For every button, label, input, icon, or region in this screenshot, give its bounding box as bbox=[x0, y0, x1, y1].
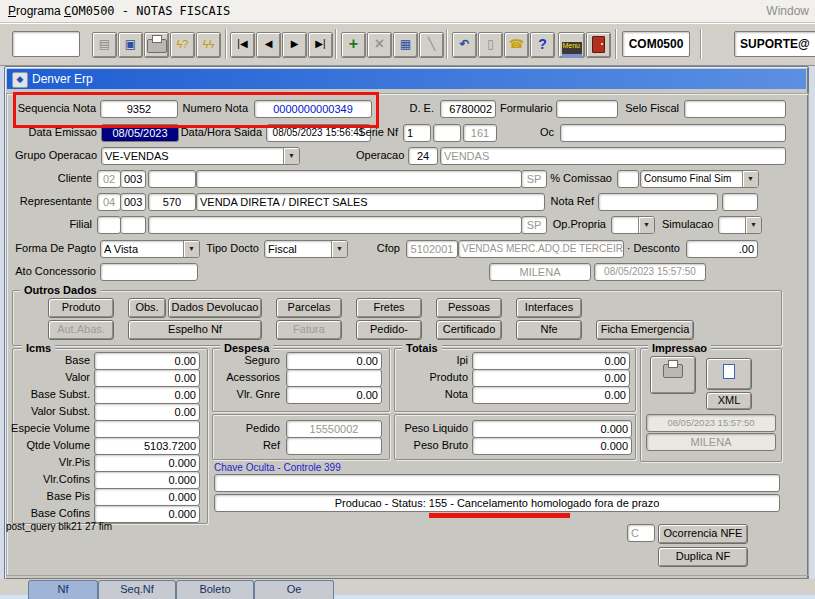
nota-ref-extra-field[interactable] bbox=[722, 193, 758, 211]
edit-record-button[interactable]: ▦ bbox=[393, 32, 418, 58]
delete-record-button[interactable]: × bbox=[367, 32, 392, 58]
oc-field[interactable] bbox=[560, 124, 786, 142]
first-record-button[interactable]: |◀ bbox=[230, 32, 255, 58]
pessoas-button[interactable]: Pessoas bbox=[436, 298, 502, 318]
chave-oculta-field[interactable] bbox=[214, 474, 780, 492]
help-button[interactable]: ? bbox=[530, 32, 555, 58]
seguro-field[interactable]: 0.00 bbox=[286, 352, 382, 370]
cliente-nome-field[interactable] bbox=[196, 170, 522, 188]
save-button[interactable]: ▤ bbox=[92, 32, 117, 58]
comissao-field[interactable] bbox=[617, 170, 639, 188]
enter-query-button[interactable]: ϟ? bbox=[170, 32, 195, 58]
execute-query-button[interactable]: ϟϟ bbox=[196, 32, 221, 58]
selo-fiscal-field[interactable] bbox=[684, 100, 786, 118]
vlr-cofins-field[interactable]: 0.000 bbox=[94, 471, 200, 489]
screen-button[interactable]: ▣ bbox=[118, 32, 143, 58]
chevron-down-icon[interactable]: ▼ bbox=[183, 241, 199, 257]
tab-nf[interactable]: Nf bbox=[28, 580, 98, 599]
post-query-message: post_query blk21 27 fim bbox=[6, 521, 166, 532]
op-propria-select[interactable]: ▼ bbox=[611, 216, 655, 234]
base-pis-field[interactable]: 0.000 bbox=[94, 488, 200, 506]
data-emissao-field[interactable]: 08/05/2023 bbox=[101, 124, 179, 142]
icms-valor-subst-field[interactable]: 0.00 bbox=[94, 403, 200, 421]
vlr-pis-field[interactable]: 0.000 bbox=[94, 454, 200, 472]
nota-ref-field[interactable] bbox=[598, 193, 718, 211]
de-field[interactable]: 6780002 bbox=[440, 100, 496, 118]
dados-devolucao-button[interactable]: Dados Devolucao bbox=[168, 298, 262, 318]
consumo-final-select[interactable]: Consumo Final Sim ▼ bbox=[640, 170, 759, 188]
acessorios-field[interactable] bbox=[286, 369, 382, 387]
undo-button[interactable]: ↶ bbox=[452, 32, 477, 58]
phone-button[interactable]: ☎ bbox=[504, 32, 529, 58]
representante-codigo-field[interactable]: 570 bbox=[148, 193, 196, 211]
filial-nome-field[interactable] bbox=[148, 216, 522, 234]
representante-filial-field[interactable]: 003 bbox=[120, 193, 146, 211]
total-nota-field[interactable]: 0.00 bbox=[472, 386, 630, 404]
espelho-nf-button[interactable]: Espelho Nf bbox=[128, 320, 262, 340]
chevron-down-icon[interactable]: ▼ bbox=[638, 217, 654, 233]
interfaces-button[interactable]: Interfaces bbox=[516, 298, 582, 318]
produto-button[interactable]: Produto bbox=[48, 298, 114, 318]
cliente-filial-field[interactable]: 003 bbox=[120, 170, 146, 188]
qtde-volume-field[interactable]: 5103.7200 bbox=[94, 437, 200, 455]
forma-pagto-select[interactable]: A Vista ▼ bbox=[100, 240, 200, 258]
operacao-code-field[interactable]: 24 bbox=[408, 147, 438, 165]
exit-button[interactable] bbox=[586, 32, 611, 58]
sequencia-nota-field[interactable]: 9352 bbox=[100, 100, 178, 118]
ato-concessorio-field[interactable] bbox=[100, 263, 198, 281]
formulario-field[interactable] bbox=[556, 100, 618, 118]
filial-c2-field[interactable] bbox=[120, 216, 146, 234]
representante-nome-field[interactable]: VENDA DIRETA / DIRECT SALES bbox=[196, 193, 545, 211]
tab-boleto[interactable]: Boleto bbox=[176, 580, 254, 599]
grupo-operacao-select[interactable]: VE-VENDAS ▼ bbox=[101, 147, 300, 165]
imprimir-danfe-button[interactable] bbox=[650, 356, 696, 394]
print-button[interactable] bbox=[144, 32, 169, 58]
serie-nf-field-2[interactable] bbox=[433, 124, 461, 142]
total-produto-field[interactable]: 0.00 bbox=[472, 369, 630, 387]
last-record-button[interactable]: ▶| bbox=[308, 32, 333, 58]
filial-c1-field[interactable] bbox=[97, 216, 121, 234]
peso-liquido-field[interactable]: 0.000 bbox=[472, 420, 632, 438]
duplica-nf-button[interactable]: Duplica NF bbox=[658, 547, 748, 567]
nfe-button[interactable]: Nfe bbox=[516, 320, 582, 340]
fretes-button[interactable]: Fretes bbox=[356, 298, 422, 318]
ficha-emergencia-button[interactable]: Ficha Emergencia bbox=[596, 320, 694, 340]
serie-nf-field-1[interactable]: 1 bbox=[403, 124, 431, 142]
obs-button[interactable]: Obs. bbox=[128, 298, 166, 318]
menu-window[interactable]: Window bbox=[766, 4, 809, 18]
icms-base-field[interactable]: 0.00 bbox=[94, 352, 200, 370]
icms-valor-field[interactable]: 0.00 bbox=[94, 369, 200, 387]
ocorrencia-nfe-button[interactable]: Ocorrencia NFE bbox=[658, 524, 748, 544]
insert-record-button[interactable]: + bbox=[341, 32, 366, 58]
imprimir-doc-button[interactable] bbox=[706, 358, 752, 390]
ref-field[interactable] bbox=[286, 437, 382, 455]
cliente-codigo-field[interactable] bbox=[148, 170, 196, 188]
chevron-down-icon[interactable]: ▼ bbox=[283, 148, 299, 164]
tab-oe[interactable]: Oe bbox=[254, 580, 334, 599]
pedido-button[interactable]: Pedido- bbox=[356, 320, 422, 340]
vlr-gnre-field[interactable]: 0.00 bbox=[286, 386, 382, 404]
certificado-button[interactable]: Certificado bbox=[436, 320, 502, 340]
xml-button[interactable]: XML bbox=[706, 392, 752, 410]
especie-volume-field[interactable] bbox=[94, 420, 200, 438]
tab-seq-nf[interactable]: Seq.Nf bbox=[98, 580, 176, 599]
chevron-down-icon[interactable]: ▼ bbox=[742, 171, 758, 187]
parcelas-button[interactable]: Parcelas bbox=[276, 298, 342, 318]
numero-nota-field[interactable]: 0000000000349 bbox=[254, 100, 372, 118]
menu-programa[interactable]: Programa bbox=[8, 4, 61, 18]
peso-bruto-field[interactable]: 0.000 bbox=[472, 437, 632, 455]
lov-button[interactable]: ╲ bbox=[419, 32, 444, 58]
chevron-down-icon[interactable]: ▼ bbox=[331, 241, 347, 257]
simulacao-select[interactable]: ▼ bbox=[718, 216, 762, 234]
icms-base-subst-field[interactable]: 0.00 bbox=[94, 386, 200, 404]
ipi-field[interactable]: 0.00 bbox=[472, 352, 630, 370]
window-titlebar[interactable]: ◆ Denver Erp bbox=[7, 69, 806, 89]
toolbar-blank-box[interactable] bbox=[12, 31, 80, 57]
desconto-field[interactable]: .00 bbox=[686, 240, 758, 258]
chevron-down-icon[interactable]: ▼ bbox=[745, 217, 761, 233]
next-record-button[interactable]: ▶ bbox=[282, 32, 307, 58]
tipo-docto-select[interactable]: Fiscal ▼ bbox=[264, 240, 348, 258]
clipboard-button[interactable]: ▯ bbox=[478, 32, 503, 58]
previous-record-button[interactable]: ◀ bbox=[256, 32, 281, 58]
menu-module-button[interactable]: Menu bbox=[558, 32, 585, 58]
